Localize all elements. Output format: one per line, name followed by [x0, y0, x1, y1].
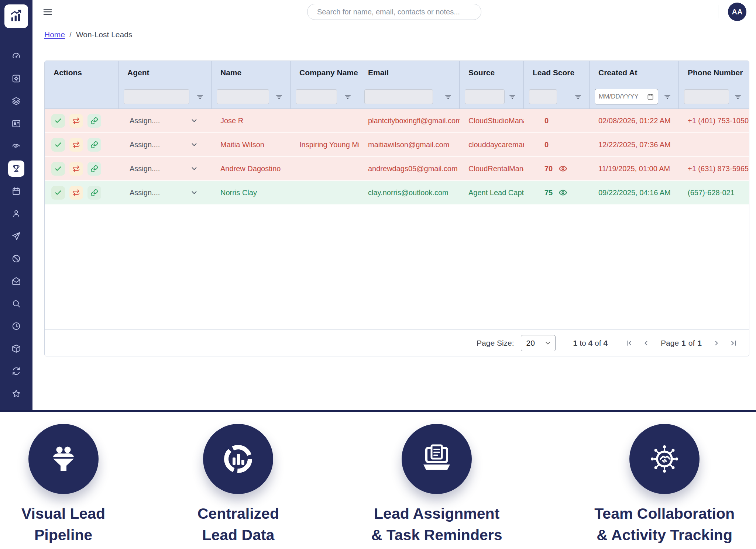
sidebar-item-won-lost-leads[interactable]: [8, 160, 24, 177]
sidebar-item-dashboard[interactable]: [8, 48, 24, 64]
mark-won-button[interactable]: [51, 114, 65, 128]
sidebar-item-inbox[interactable]: [8, 273, 24, 289]
column-header-phone[interactable]: Phone Number: [679, 61, 749, 84]
topbar: AA: [32, 0, 756, 24]
lead-created-at: 12/22/2025, 07:36 AM: [590, 141, 679, 149]
chevron-down-icon: [190, 189, 198, 197]
column-header-agent[interactable]: Agent: [118, 61, 212, 84]
filter-icon[interactable]: [574, 92, 583, 101]
filter-icon[interactable]: [343, 92, 352, 101]
sidebar-item-history[interactable]: [8, 318, 24, 334]
menu-toggle-button[interactable]: [42, 6, 53, 17]
feature-title: Lead Assignment & Task Reminders: [371, 503, 502, 546]
table-row[interactable]: Assign.... Norris Clay clay.norris@outlo…: [45, 181, 749, 205]
table-row[interactable]: Assign.... Andrew Dagostino andrewdags05…: [45, 157, 749, 181]
created-at-date-field[interactable]: [595, 89, 658, 104]
column-header-lead-score[interactable]: Lead Score: [524, 61, 590, 84]
column-header-email[interactable]: Email: [359, 61, 460, 84]
column-header-company[interactable]: Company Name: [291, 61, 359, 84]
agent-filter-input[interactable]: [124, 89, 189, 104]
row-actions: [45, 114, 118, 128]
mark-won-button[interactable]: [51, 162, 65, 176]
lead-created-at: 02/08/2026, 01:22 AM: [590, 117, 679, 125]
lead-phone: +1 (401) 753-1050: [679, 117, 749, 125]
created-at-filter-input[interactable]: [599, 93, 645, 100]
sidebar-item-calendar[interactable]: [8, 183, 24, 199]
column-header-actions[interactable]: Actions: [45, 61, 118, 84]
app-logo[interactable]: [4, 4, 28, 28]
sidebar-item-blocked-leads[interactable]: [8, 251, 24, 267]
sidebar-item-archive[interactable]: [8, 341, 24, 357]
last-page-button[interactable]: [728, 337, 739, 349]
mark-won-button[interactable]: [51, 186, 65, 200]
calendar-icon[interactable]: [647, 93, 654, 100]
sidebar-item-favorites[interactable]: [8, 386, 24, 402]
copy-link-button[interactable]: [87, 114, 101, 128]
move-lead-button[interactable]: [69, 138, 83, 152]
filter-icon[interactable]: [733, 92, 742, 101]
user-avatar[interactable]: AA: [728, 3, 746, 21]
agent-select-value: Assign....: [130, 165, 160, 173]
blocked-icon: [11, 254, 21, 263]
previous-page-button[interactable]: [640, 337, 652, 349]
filter-cell-company: [291, 84, 359, 108]
filter-icon[interactable]: [275, 92, 284, 101]
sidebar-item-deals[interactable]: [8, 138, 24, 154]
sidebar-item-automation[interactable]: [8, 70, 24, 87]
agent-select[interactable]: Assign....: [118, 117, 212, 125]
view-score-icon[interactable]: [559, 164, 567, 173]
calendar-icon: [11, 186, 21, 196]
name-filter-input[interactable]: [217, 89, 269, 104]
page-size-select[interactable]: 20: [521, 335, 556, 351]
lead-score-filter-input[interactable]: [529, 89, 557, 104]
feature-title: Team Collaboration & Activity Tracking: [594, 503, 735, 546]
search-input[interactable]: [307, 4, 481, 20]
move-lead-button[interactable]: [69, 186, 83, 200]
copy-link-button[interactable]: [87, 186, 101, 200]
first-page-button[interactable]: [623, 337, 635, 349]
column-header-source[interactable]: Source: [460, 61, 524, 84]
source-filter-input[interactable]: [465, 89, 505, 104]
user-icon: [11, 209, 21, 218]
sidebar-item-search[interactable]: [8, 296, 24, 312]
copy-link-button[interactable]: [87, 162, 101, 176]
column-header-name[interactable]: Name: [212, 61, 291, 84]
trophy-icon: [11, 164, 21, 173]
email-filter-input[interactable]: [364, 89, 433, 104]
filter-icon[interactable]: [508, 92, 517, 101]
sidebar-item-pipelines[interactable]: [8, 93, 24, 109]
agent-select[interactable]: Assign....: [118, 189, 212, 197]
company-filter-input[interactable]: [296, 89, 337, 104]
swap-arrows-icon: [72, 165, 80, 173]
lead-email: andrewdags05@gmail.com: [359, 165, 460, 173]
lead-source: CloudRentalManag: [460, 165, 524, 173]
app-root: AA Home / Won-Lost Leads Actions Agent N…: [0, 0, 756, 549]
filter-cell-phone: [679, 84, 749, 108]
view-score-icon[interactable]: [559, 188, 567, 197]
column-header-created-at[interactable]: Created At: [590, 61, 679, 84]
filter-icon[interactable]: [444, 92, 453, 101]
phone-filter-input[interactable]: [684, 89, 729, 104]
grid-header-row: Actions Agent Name Company Name Email So…: [45, 61, 749, 84]
star-icon: [11, 389, 21, 398]
feature-circle: [402, 424, 472, 494]
row-range-label: 1 to 4 of 4: [573, 339, 608, 348]
agent-select[interactable]: Assign....: [118, 141, 212, 149]
copy-link-button[interactable]: [87, 138, 101, 152]
move-lead-button[interactable]: [69, 114, 83, 128]
filter-icon[interactable]: [196, 92, 205, 101]
table-row[interactable]: Assign.... Jose R plantcityboxingfl@gmai…: [45, 109, 749, 133]
mark-won-button[interactable]: [51, 138, 65, 152]
sidebar-item-contacts[interactable]: [8, 115, 24, 132]
upper-region: AA Home / Won-Lost Leads Actions Agent N…: [0, 0, 756, 410]
breadcrumb-home-link[interactable]: Home: [44, 30, 65, 39]
table-row[interactable]: Assign.... Maitia Wilson Inspiring Young…: [45, 133, 749, 157]
agent-select[interactable]: Assign....: [118, 165, 212, 173]
filter-icon[interactable]: [663, 92, 672, 101]
filter-cell-lead-score: [524, 84, 590, 108]
sidebar-item-campaigns[interactable]: [8, 228, 24, 244]
sidebar-item-clients[interactable]: [8, 206, 24, 222]
next-page-button[interactable]: [711, 337, 722, 349]
move-lead-button[interactable]: [69, 162, 83, 176]
sidebar-item-sync[interactable]: [8, 363, 24, 379]
